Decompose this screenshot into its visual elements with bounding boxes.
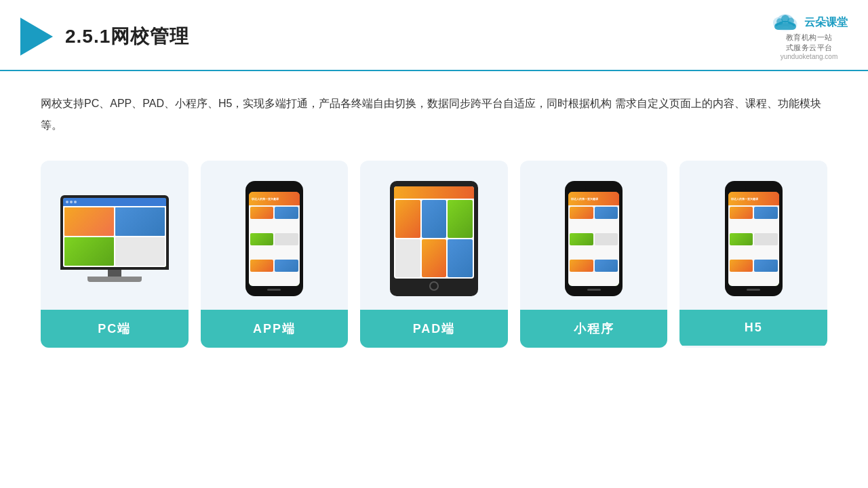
card-pad: PAD端 (360, 161, 508, 348)
card-h5: 职达人的第一堂兴趣课 H5 (679, 161, 827, 348)
phone-mockup-h5: 职达人的第一堂兴趣课 (725, 181, 783, 296)
phone-screen-body-app (249, 205, 300, 286)
tablet-block-6 (448, 239, 473, 277)
phone-header-text-app: 职达人的第一堂兴趣课 (252, 197, 279, 201)
phone-screen-app: 职达人的第一堂兴趣课 (249, 192, 300, 286)
tablet-body (394, 199, 474, 279)
phone-notch-app (266, 186, 283, 190)
pc-dot-1 (66, 201, 68, 203)
tablet-block-3 (448, 200, 473, 238)
pc-block-3 (64, 237, 114, 266)
header-left: 2.5.1网校管理 (20, 18, 189, 56)
phone-screen-body-mini (568, 205, 619, 286)
phone-block-h1 (730, 207, 753, 219)
brand-name: 云朵课堂 (804, 16, 848, 30)
pc-screen (60, 195, 169, 270)
pc-block-2 (115, 207, 165, 236)
tablet-header (394, 186, 474, 199)
phone-screen-h5: 职达人的第一堂兴趣课 (728, 192, 779, 286)
phone-header-text-mini: 职达人的第一堂兴趣课 (571, 197, 598, 201)
card-pad-image (360, 161, 508, 310)
card-h5-image: 职达人的第一堂兴趣课 (679, 161, 827, 310)
phone-block-m2 (595, 207, 618, 219)
page-title: 2.5.1网校管理 (65, 24, 189, 49)
tablet-home (429, 281, 439, 291)
card-app: 职达人的第一堂兴趣课 APP端 (201, 161, 349, 348)
phone-block-m4 (595, 233, 618, 245)
phone-screen-body-h5 (728, 205, 779, 286)
description-text: 网校支持PC、APP、PAD、小程序、H5，实现多端打通，产品各终端自由切换，数… (41, 93, 827, 136)
card-pc: PC端 (41, 161, 189, 348)
phone-block-a5 (250, 260, 274, 272)
phone-home-mini (587, 289, 601, 291)
tablet-block-5 (422, 239, 447, 277)
phone-block-a3 (250, 233, 274, 245)
phone-block-a2 (275, 207, 298, 219)
pc-screen-inner (63, 198, 166, 267)
pc-block-4 (115, 237, 165, 266)
phone-mockup-mini: 职达人的第一堂兴趣课 (565, 181, 623, 296)
phone-screen-mini: 职达人的第一堂兴趣课 (568, 192, 619, 286)
phone-screen-header-app: 职达人的第一堂兴趣课 (249, 192, 300, 205)
card-h5-label: H5 (679, 310, 827, 346)
phone-block-h2 (754, 207, 778, 219)
phone-mockup-app: 职达人的第一堂兴趣课 (245, 181, 303, 296)
cards-container: PC端 职达人的第一堂兴趣课 (41, 161, 827, 348)
pc-screen-bar (63, 198, 166, 206)
header-right: 云朵课堂 教育机构一站式服务云平台 yunduoketang.com (770, 12, 848, 60)
tablet-block-2 (422, 200, 447, 238)
tablet-screen (394, 186, 474, 279)
card-mini: 职达人的第一堂兴趣课 小程序 (520, 161, 668, 348)
phone-block-a1 (250, 207, 274, 219)
logo-triangle-icon (20, 18, 53, 56)
phone-block-h5 (730, 260, 753, 272)
pc-mockup (60, 195, 169, 282)
tablet-block-4 (395, 239, 420, 277)
tablet-mockup (390, 181, 478, 296)
phone-home-h5 (747, 289, 760, 291)
phone-screen-header-mini: 职达人的第一堂兴趣课 (568, 192, 619, 205)
card-pc-label: PC端 (41, 310, 189, 348)
cloud-icon (770, 12, 800, 33)
phone-screen-header-h5: 职达人的第一堂兴趣课 (728, 192, 779, 205)
phone-notch-mini (585, 186, 602, 190)
pc-dot-3 (74, 201, 77, 203)
pc-block-1 (64, 207, 114, 236)
pc-neck (108, 270, 121, 277)
phone-notch-h5 (745, 186, 762, 190)
card-app-label: APP端 (201, 310, 349, 348)
phone-home-app (267, 289, 281, 291)
card-mini-label: 小程序 (520, 310, 668, 348)
card-pc-image (41, 161, 189, 310)
phone-block-h6 (754, 260, 778, 272)
card-mini-image: 职达人的第一堂兴趣课 (520, 161, 668, 310)
phone-block-m1 (570, 207, 593, 219)
phone-header-text-h5: 职达人的第一堂兴趣课 (731, 197, 758, 201)
header: 2.5.1网校管理 云朵课堂 教育机构一站式服务云平台 yunduoketang… (0, 0, 868, 71)
svg-rect-7 (774, 23, 796, 30)
brand-url: yunduoketang.com (781, 53, 838, 60)
card-app-image: 职达人的第一堂兴趣课 (201, 161, 349, 310)
phone-block-m3 (570, 233, 593, 245)
card-pad-label: PAD端 (360, 310, 508, 348)
phone-block-m5 (570, 260, 593, 272)
phone-block-m6 (595, 260, 618, 272)
cloud-logo: 云朵课堂 (770, 12, 848, 33)
phone-block-h3 (730, 233, 753, 245)
tablet-block-1 (395, 200, 420, 238)
main-content: 网校支持PC、APP、PAD、小程序、H5，实现多端打通，产品各终端自由切换，数… (0, 71, 868, 361)
phone-block-h4 (754, 233, 778, 245)
phone-block-a4 (275, 233, 298, 245)
pc-base (87, 277, 142, 282)
pc-content (63, 206, 166, 267)
brand-sub: 教育机构一站式服务云平台 (786, 33, 833, 53)
pc-dot-2 (70, 201, 73, 203)
phone-block-a6 (275, 260, 298, 272)
